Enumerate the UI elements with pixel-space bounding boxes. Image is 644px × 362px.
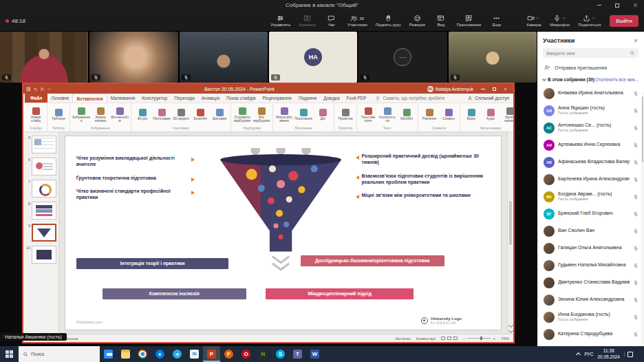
ribbon-button[interactable]: Посилання <box>294 109 312 121</box>
panel-scrollbar[interactable] <box>641 92 644 346</box>
participant-row[interactable]: Зенина Юлия Александровна <box>537 291 644 308</box>
ppt-tab[interactable]: Переходи <box>171 94 197 103</box>
ribbon-button[interactable]: Отримати надбудови <box>233 107 251 123</box>
ribbon-button[interactable]: Таблиця <box>50 109 67 121</box>
ribbon-button[interactable]: Рівняння <box>420 109 438 121</box>
scrollbar-thumb[interactable] <box>509 201 512 245</box>
ribbon-button[interactable]: SmartArt <box>191 109 209 121</box>
taskbar-clock[interactable]: 11:28 20.05.2024 <box>597 348 620 359</box>
ppt-tab[interactable]: Файл <box>25 94 47 103</box>
ribbon-button[interactable]: Зображення <box>72 107 90 123</box>
toolbar-apps-button[interactable]: Приложения <box>453 14 484 28</box>
participant-search[interactable] <box>543 48 638 58</box>
micoff-icon[interactable] <box>633 108 638 114</box>
taskbar-search[interactable] <box>19 346 100 362</box>
panel-close-button[interactable] <box>633 38 638 43</box>
video-tile[interactable] <box>0 32 88 83</box>
taskbar-app-opera[interactable]: O <box>237 346 255 362</box>
start-button[interactable] <box>0 346 19 362</box>
ppt-tab[interactable]: Показ слайдів <box>223 94 259 103</box>
taskbar-app-teams[interactable]: T <box>289 346 306 362</box>
quick-access-toolbar[interactable] <box>26 87 52 92</box>
micoff-icon[interactable] <box>633 246 638 251</box>
taskbar-app-zoom[interactable] <box>100 346 117 362</box>
micoff-icon[interactable] <box>633 194 638 200</box>
participant-row[interactable]: АИАртемьева Инна Сергеевна <box>537 136 644 153</box>
ribbon-button[interactable]: Масштабування <box>275 107 293 123</box>
notes-button[interactable]: Нотатки <box>396 337 411 341</box>
share-control[interactable]: Поделиться <box>575 14 604 28</box>
ppt-restore-button[interactable] <box>489 87 500 91</box>
micoff-icon[interactable] <box>633 177 638 182</box>
toolbar-people-button[interactable]: 39Участники <box>344 14 371 28</box>
micoff-icon[interactable] <box>633 332 638 337</box>
taskbar-app-nvidia[interactable]: N <box>255 346 272 362</box>
zoom-slider[interactable] <box>467 338 491 339</box>
slide-thumbnail[interactable] <box>32 202 56 220</box>
tell-me-box[interactable]: Скажіть, що потрібно зробити <box>375 94 444 103</box>
micoff-icon[interactable] <box>633 228 638 234</box>
toolbar-rooms-button[interactable]: Комнаты <box>295 14 319 28</box>
ppt-tab[interactable]: Основне <box>47 94 72 103</box>
ppt-tab[interactable]: Рецензування <box>259 94 295 103</box>
ppt-tab[interactable]: Foxit PDF <box>343 94 370 103</box>
zoom-control[interactable] <box>463 337 495 341</box>
ribbon-button[interactable]: 3D-моделі <box>172 109 190 121</box>
action-center-button[interactable] <box>624 352 635 357</box>
micoff-icon[interactable] <box>633 263 638 268</box>
ribbon-button[interactable]: Знімок екрана <box>92 107 109 123</box>
toolbar-dots-button[interactable]: Еще <box>486 14 508 28</box>
minimize-button[interactable] <box>590 0 608 10</box>
mic-control[interactable]: Микрофон <box>546 14 573 28</box>
taskbar-app-powerpoint[interactable]: P <box>203 346 220 362</box>
taskbar-app-chrome[interactable] <box>134 346 151 362</box>
close-button[interactable] <box>626 0 644 10</box>
micoff-icon[interactable] <box>633 142 638 148</box>
ppt-account[interactable]: NA Natalya Avshenyuk <box>427 86 473 92</box>
ribbon-button[interactable]: Піктограми <box>153 109 171 121</box>
toolbar-view-button[interactable]: Вид <box>430 14 452 28</box>
micoff-icon[interactable] <box>633 315 638 320</box>
participant-row[interactable]: АСАнтонюшко Се... (гость)Гость собрания <box>537 119 644 136</box>
ribbon-button[interactable]: Дія <box>314 109 332 121</box>
participant-row[interactable]: АЯАнна Яцишин (гость)Гость собрания <box>537 102 644 119</box>
ribbon-button[interactable]: Фотоальбом <box>111 107 129 123</box>
participant-row[interactable]: Инна Богданова (гость)Гость собрания <box>537 308 644 326</box>
taskbar-app-firefox[interactable]: F <box>220 346 237 362</box>
taskbar-search-input[interactable] <box>31 352 96 356</box>
ppt-tab[interactable]: Довідка <box>320 94 343 103</box>
ppt-tab[interactable]: Малювання <box>107 94 138 103</box>
participant-row[interactable]: Ван Сяолин Ван <box>537 222 644 239</box>
participant-row[interactable]: Галицан Ольга Анатольевна <box>537 239 644 257</box>
slide-thumbnail[interactable] <box>32 224 56 242</box>
micoff-icon[interactable] <box>633 297 638 303</box>
zoom-in-icon[interactable] <box>493 337 495 341</box>
toolbar-smile-button[interactable]: Реакция <box>406 14 429 28</box>
cam-control[interactable]: Камера <box>523 14 545 28</box>
video-tile[interactable]: НА <box>269 32 357 83</box>
participant-row[interactable]: АВАфанасьева Владислава Валерьев... <box>537 153 644 171</box>
taskbar-app-skype[interactable]: S <box>272 346 289 362</box>
ppt-share-button[interactable]: Спільний доступ <box>467 94 512 103</box>
zoom-out-icon[interactable] <box>463 337 466 341</box>
participant-row[interactable]: Дмитренко Станислава Вадимів... <box>537 274 644 291</box>
ribbon-button[interactable]: Фігури <box>133 109 151 121</box>
ribbon-button[interactable]: Запис екрана <box>501 107 513 123</box>
micoff-icon[interactable] <box>633 280 638 286</box>
participant-row[interactable]: Бартенева Ирина Александровна <box>537 171 644 188</box>
taskbar-app-explorer[interactable] <box>117 346 134 362</box>
ribbon-button[interactable]: WordArt <box>398 109 416 121</box>
slide-thumbnail[interactable] <box>32 180 56 198</box>
video-tile[interactable] <box>180 32 268 83</box>
slide-thumbnail[interactable] <box>32 136 56 153</box>
taskbar-app-word[interactable]: W <box>306 346 323 362</box>
ribbon-button[interactable]: Примітка <box>336 109 354 121</box>
participant-row[interactable]: Княжева Ирина Анатольевна <box>537 85 644 102</box>
participant-row[interactable]: Катерина Стародубцева <box>537 326 644 343</box>
toolbar-manage-button[interactable]: Управлять <box>267 14 294 28</box>
micoff-icon[interactable] <box>633 160 638 165</box>
ribbon-button[interactable]: Діаграма <box>211 109 228 121</box>
video-tile[interactable] <box>449 32 537 83</box>
participant-search-input[interactable] <box>546 51 627 56</box>
tray-expand-icon[interactable] <box>576 352 581 357</box>
